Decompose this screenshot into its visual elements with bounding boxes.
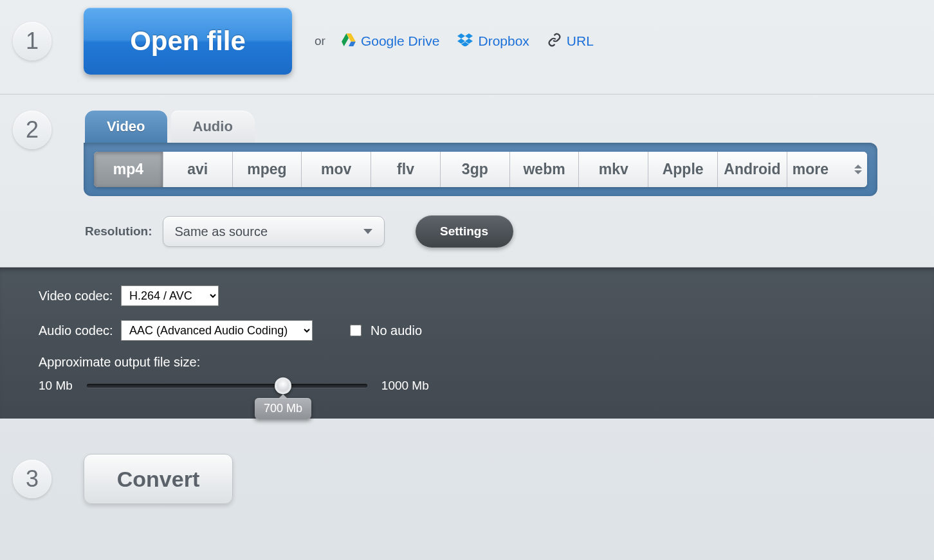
format-button-group: mp4 avi mpeg mov flv 3gp webm mkv Apple … bbox=[94, 152, 867, 187]
filesize-slider[interactable]: 700 Mb bbox=[87, 384, 367, 388]
no-audio-label: No audio bbox=[371, 323, 422, 338]
svg-marker-1 bbox=[349, 41, 356, 46]
slider-thumb[interactable] bbox=[275, 377, 291, 394]
link-icon bbox=[547, 33, 562, 50]
svg-marker-4 bbox=[465, 33, 473, 39]
format-android[interactable]: Android bbox=[718, 152, 787, 187]
format-mov[interactable]: mov bbox=[302, 152, 371, 187]
audio-codec-label: Audio codec: bbox=[39, 323, 121, 338]
step-1-badge: 1 bbox=[13, 22, 51, 60]
dropbox-icon bbox=[457, 33, 473, 50]
or-text: or bbox=[315, 34, 325, 48]
resolution-label: Resolution: bbox=[85, 224, 152, 239]
step-2-badge: 2 bbox=[13, 111, 51, 149]
slider-max-label: 1000 Mb bbox=[381, 379, 429, 393]
approx-size-label: Approximate output file size: bbox=[39, 355, 895, 370]
format-avi[interactable]: avi bbox=[163, 152, 233, 187]
step-2-section: 2 Video Audio mp4 avi mpeg mov flv 3gp w… bbox=[0, 95, 934, 267]
step-3-section: 3 Convert bbox=[0, 419, 934, 523]
no-audio-checkbox[interactable] bbox=[350, 325, 362, 336]
step-1-section: 1 Open file or Google Drive Dropbox bbox=[0, 0, 934, 95]
slider-min-label: 10 Mb bbox=[39, 379, 73, 393]
format-mpeg[interactable]: mpeg bbox=[233, 152, 302, 187]
dropbox-label: Dropbox bbox=[478, 33, 529, 49]
format-panel: mp4 avi mpeg mov flv 3gp webm mkv Apple … bbox=[84, 143, 877, 196]
resolution-select[interactable]: Same as source bbox=[163, 216, 385, 247]
open-file-button[interactable]: Open file bbox=[84, 8, 292, 75]
google-drive-label: Google Drive bbox=[361, 33, 440, 49]
slider-value-tooltip: 700 Mb bbox=[255, 398, 311, 419]
convert-button[interactable]: Convert bbox=[84, 454, 233, 504]
url-link[interactable]: URL bbox=[547, 33, 594, 50]
format-flv[interactable]: flv bbox=[371, 152, 441, 187]
format-mp4[interactable]: mp4 bbox=[94, 152, 163, 187]
media-type-tabs: Video Audio bbox=[84, 111, 934, 143]
url-label: URL bbox=[567, 33, 594, 49]
format-apple[interactable]: Apple bbox=[648, 152, 718, 187]
chevron-down-icon bbox=[363, 229, 372, 234]
dropbox-link[interactable]: Dropbox bbox=[457, 33, 529, 50]
format-3gp[interactable]: 3gp bbox=[441, 152, 510, 187]
resolution-value: Same as source bbox=[175, 224, 268, 239]
google-drive-link[interactable]: Google Drive bbox=[342, 33, 440, 50]
settings-button[interactable]: Settings bbox=[416, 215, 513, 248]
sort-icon bbox=[854, 165, 862, 174]
format-more-label: more bbox=[792, 161, 829, 178]
google-drive-icon bbox=[342, 33, 356, 50]
svg-marker-3 bbox=[457, 33, 465, 39]
advanced-settings-panel: Video codec: H.264 / AVC Audio codec: AA… bbox=[0, 267, 934, 419]
format-mkv[interactable]: mkv bbox=[579, 152, 648, 187]
format-webm[interactable]: webm bbox=[510, 152, 580, 187]
video-codec-select[interactable]: H.264 / AVC bbox=[121, 285, 219, 306]
video-codec-label: Video codec: bbox=[39, 289, 121, 303]
tab-video[interactable]: Video bbox=[85, 111, 167, 143]
tab-audio[interactable]: Audio bbox=[171, 111, 255, 143]
format-more[interactable]: more bbox=[787, 152, 867, 187]
step-3-badge: 3 bbox=[13, 460, 51, 498]
audio-codec-select[interactable]: AAC (Advanced Audio Coding) bbox=[121, 320, 313, 341]
